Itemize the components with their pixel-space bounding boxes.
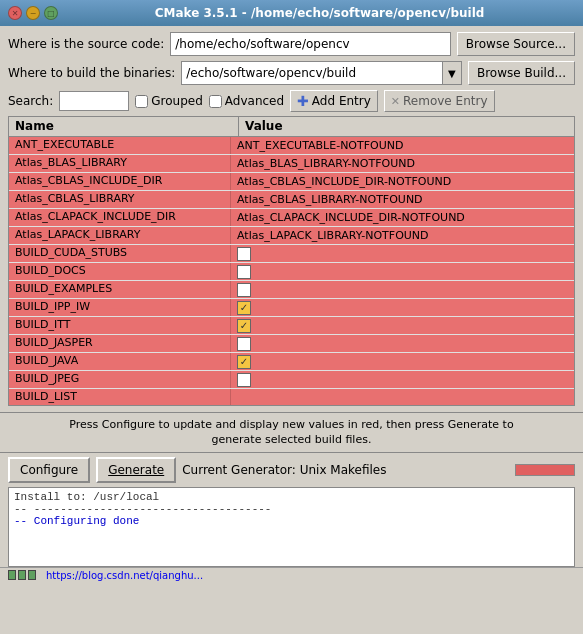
- source-row: Where is the source code: Browse Source.…: [8, 32, 575, 56]
- table-row[interactable]: BUILD_CUDA_STUBS: [9, 245, 574, 263]
- main-content: Where is the source code: Browse Source.…: [0, 26, 583, 412]
- grouped-checkbox-label[interactable]: Grouped: [135, 94, 203, 108]
- cell-name: Atlas_CLAPACK_INCLUDE_DIR: [9, 209, 231, 226]
- table-header: Name Value: [9, 117, 574, 137]
- cell-name: BUILD_JASPER: [9, 335, 231, 352]
- console-area: Install to: /usr/local -- --------------…: [8, 487, 575, 567]
- configure-button[interactable]: Configure: [8, 457, 90, 483]
- cell-name: BUILD_IPP_IW: [9, 299, 231, 316]
- console-line-1: Install to: /usr/local: [14, 491, 569, 503]
- cell-value: Atlas_BLAS_LIBRARY-NOTFOUND: [231, 155, 574, 172]
- generator-progress-bar: [515, 464, 575, 476]
- cell-name: Atlas_CBLAS_LIBRARY: [9, 191, 231, 208]
- maximize-button[interactable]: □: [44, 6, 58, 20]
- table-row[interactable]: BUILD_ITT: [9, 317, 574, 335]
- progress-block-3: [28, 570, 36, 580]
- remove-entry-button[interactable]: ✕ Remove Entry: [384, 90, 495, 112]
- table-row[interactable]: BUILD_DOCS: [9, 263, 574, 281]
- table-row[interactable]: Atlas_CLAPACK_INCLUDE_DIRAtlas_CLAPACK_I…: [9, 209, 574, 227]
- cell-checkbox[interactable]: [237, 355, 251, 369]
- table-row[interactable]: Atlas_CBLAS_LIBRARYAtlas_CBLAS_LIBRARY-N…: [9, 191, 574, 209]
- action-bar: Configure Generate Current Generator: Un…: [0, 452, 583, 487]
- table-row[interactable]: BUILD_IPP_IW: [9, 299, 574, 317]
- value-column-header: Value: [239, 117, 574, 136]
- configure-label: Configure: [20, 463, 78, 477]
- cell-name: BUILD_JPEG: [9, 371, 231, 388]
- cell-name: Atlas_BLAS_LIBRARY: [9, 155, 231, 172]
- generator-label: Current Generator: Unix Makefiles: [182, 463, 509, 477]
- generate-button[interactable]: Generate: [96, 457, 176, 483]
- binaries-label: Where to build the binaries:: [8, 66, 175, 80]
- binaries-row: Where to build the binaries: ▼ Browse Bu…: [8, 61, 575, 85]
- advanced-checkbox[interactable]: [209, 95, 222, 108]
- search-input[interactable]: [59, 91, 129, 111]
- table-body[interactable]: ANT_EXECUTABLEANT_EXECUTABLE-NOTFOUNDAtl…: [9, 137, 574, 405]
- add-entry-label: Add Entry: [312, 94, 371, 108]
- table-row[interactable]: ANT_EXECUTABLEANT_EXECUTABLE-NOTFOUND: [9, 137, 574, 155]
- advanced-label: Advanced: [225, 94, 284, 108]
- binaries-path-container: ▼: [181, 61, 462, 85]
- add-entry-button[interactable]: ✚ Add Entry: [290, 90, 378, 112]
- x-icon: ✕: [391, 95, 400, 108]
- cell-checkbox[interactable]: [237, 337, 251, 351]
- cell-checkbox[interactable]: [237, 265, 251, 279]
- plus-icon: ✚: [297, 93, 309, 109]
- cell-name: BUILD_CUDA_STUBS: [9, 245, 231, 262]
- browse-build-button[interactable]: Browse Build...: [468, 61, 575, 85]
- table-row[interactable]: BUILD_JASPER: [9, 335, 574, 353]
- progress-block-1: [8, 570, 16, 580]
- generate-label: Generate: [108, 463, 164, 477]
- window-title: CMake 3.5.1 - /home/echo/software/opencv…: [64, 6, 575, 20]
- cell-value: [231, 245, 574, 262]
- name-column-header: Name: [9, 117, 239, 136]
- progress-block-2: [18, 570, 26, 580]
- cell-name: BUILD_LIST: [9, 389, 231, 405]
- cell-checkbox[interactable]: [237, 301, 251, 315]
- browse-source-button[interactable]: Browse Source...: [457, 32, 575, 56]
- search-label: Search:: [8, 94, 53, 108]
- cell-checkbox[interactable]: [237, 319, 251, 333]
- cell-value: [231, 353, 574, 370]
- url-link[interactable]: https://blog.csdn.net/qianghu...: [46, 570, 203, 581]
- cell-value: Atlas_CLAPACK_INCLUDE_DIR-NOTFOUND: [231, 209, 574, 226]
- table-row[interactable]: Atlas_CBLAS_INCLUDE_DIRAtlas_CBLAS_INCLU…: [9, 173, 574, 191]
- cell-value: ANT_EXECUTABLE-NOTFOUND: [231, 137, 574, 154]
- advanced-checkbox-label[interactable]: Advanced: [209, 94, 284, 108]
- table-row[interactable]: BUILD_JPEG: [9, 371, 574, 389]
- table-row[interactable]: Atlas_LAPACK_LIBRARYAtlas_LAPACK_LIBRARY…: [9, 227, 574, 245]
- toolbar-row: Search: Grouped Advanced ✚ Add Entry ✕ R…: [8, 90, 575, 112]
- bottom-status-bar: https://blog.csdn.net/qianghu...: [0, 567, 583, 583]
- cell-value: [231, 371, 574, 388]
- close-button[interactable]: ✕: [8, 6, 22, 20]
- cell-name: Atlas_LAPACK_LIBRARY: [9, 227, 231, 244]
- cell-value: Atlas_CBLAS_INCLUDE_DIR-NOTFOUND: [231, 173, 574, 190]
- cell-name: ANT_EXECUTABLE: [9, 137, 231, 154]
- cell-value: [231, 281, 574, 298]
- cell-value: [231, 263, 574, 280]
- status-message: Press Configure to update and display ne…: [69, 418, 513, 446]
- window-controls[interactable]: ✕ − □: [8, 6, 58, 20]
- status-bar: Press Configure to update and display ne…: [0, 412, 583, 452]
- console-line-2: -- ------------------------------------: [14, 503, 569, 515]
- binaries-path-input[interactable]: [181, 61, 442, 85]
- source-path-input[interactable]: [170, 32, 451, 56]
- cell-value: [231, 389, 574, 405]
- grouped-checkbox[interactable]: [135, 95, 148, 108]
- source-label: Where is the source code:: [8, 37, 164, 51]
- progress-indicator: [8, 570, 36, 580]
- cell-value: Atlas_CBLAS_LIBRARY-NOTFOUND: [231, 191, 574, 208]
- cell-checkbox[interactable]: [237, 373, 251, 387]
- cell-name: BUILD_JAVA: [9, 353, 231, 370]
- cell-name: BUILD_EXAMPLES: [9, 281, 231, 298]
- cell-checkbox[interactable]: [237, 283, 251, 297]
- cell-name: BUILD_DOCS: [9, 263, 231, 280]
- cell-checkbox[interactable]: [237, 247, 251, 261]
- binaries-arrow-button[interactable]: ▼: [442, 61, 462, 85]
- cell-name: Atlas_CBLAS_INCLUDE_DIR: [9, 173, 231, 190]
- table-row[interactable]: BUILD_JAVA: [9, 353, 574, 371]
- minimize-button[interactable]: −: [26, 6, 40, 20]
- table-row[interactable]: Atlas_BLAS_LIBRARYAtlas_BLAS_LIBRARY-NOT…: [9, 155, 574, 173]
- cell-value: [231, 317, 574, 334]
- table-row[interactable]: BUILD_LIST: [9, 389, 574, 405]
- table-row[interactable]: BUILD_EXAMPLES: [9, 281, 574, 299]
